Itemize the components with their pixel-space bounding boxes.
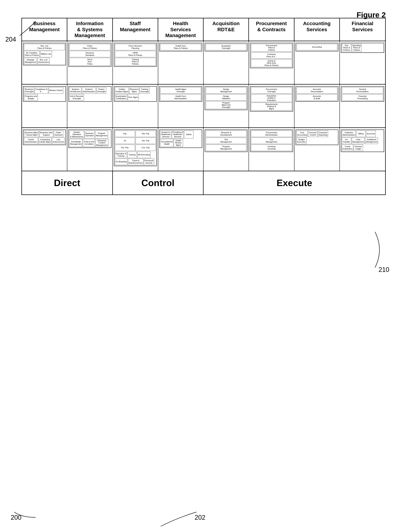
box-int: Int [115, 138, 135, 144]
box-edu-training: Education &Training [115, 152, 127, 158]
box-bus-list: Bus. ListPlans & Policies [24, 44, 65, 50]
cell-direct-accounting: Accounting [294, 41, 340, 84]
box-mission-grants: Mission Grants [49, 87, 63, 94]
outer-box-proc-exec: ProcurementAdministration ConManagement … [250, 130, 293, 152]
box-training-exec: Training [128, 152, 137, 158]
box-training-oversight: TrainingOversight [140, 87, 149, 94]
box-resource-std: ResourceStandards [70, 51, 110, 57]
outer-box-acq-direct: AcquisitionOversight [205, 43, 247, 51]
cell-execute-information: SystemOperation& Maintenance BusinessOpe… [67, 128, 113, 171]
box-spending-plans: SpendingPlans &Policies [352, 44, 361, 52]
col-header-staff: StaffManagement [113, 18, 158, 41]
box-cost-acctg: CostAccounting [297, 131, 308, 137]
cell-control-staff: CivilianPosition Mgmt ResourceMgmt Train… [113, 85, 158, 127]
box-travel-reimb: Travel &Reimbursement [128, 158, 143, 165]
box-resource-mgmt: ResourceMgmt [129, 87, 139, 94]
box-req-analysis: RequirementsAnalysis &Mgmt [251, 103, 292, 110]
cell-direct-acquisition: AcquisitionOversight [204, 41, 249, 84]
section-direct: Bus. ListPlans & Policies Air, Facilitie… [22, 41, 385, 85]
box-mil-recruit: Mil Recruiting [137, 152, 151, 158]
box-prog-budget: Programs andBudget [24, 94, 38, 101]
box-prog-mgmt-exec: ProgramManagement [206, 145, 246, 151]
box-training-plans: TrainingPlans &Policies [115, 58, 156, 66]
box-design-mgmt: DesignManagement [206, 87, 246, 94]
box-hrm-plans: HR/MPlans & Policies [115, 51, 156, 57]
box-inv-payable: Inv.Payable [342, 138, 351, 144]
box-acq-quality: AcquisitionQuality &Evaluation [251, 94, 292, 102]
box-con-pay: Con. Pay [135, 145, 156, 151]
box-personnel-sec: PersonnelSecurity [144, 158, 154, 165]
outer-box-info-ctrl: SystemsArchitecture SystemsAdministratio… [68, 86, 111, 102]
box-info-arch: Info &Arch.Policy [70, 58, 110, 66]
section-execute: Business Mgmt/ House Mgmt Business Intel… [22, 128, 385, 171]
box-cash-mgmt: CashManagement [352, 138, 365, 144]
cell-execute-business: Business Mgmt/ House Mgmt Business Intel… [22, 128, 67, 171]
box-health-review: HealthReviewMgmt [174, 139, 183, 147]
box-accts-audit: Accounts& Audit [297, 94, 337, 101]
cell-control-accounting: AccountsReconciliation Accounts& Audit [294, 85, 340, 127]
cell-direct-procurement: ProcurementPlans &Policies ContractsPlan… [249, 41, 294, 84]
box-grants-admin: GrantsAdministration [24, 138, 38, 144]
box-con-mgmt: ConManagement [251, 138, 292, 144]
box-civ-pos: CivilianPosition Mgmt [115, 87, 129, 94]
box-contracts-plans: ContractsPlans & A... [251, 52, 292, 59]
outer-box-staff-direct: Force StructurePlanning HR/MPlans & Poli… [114, 43, 157, 67]
box-info-records: Info & RecordsOversight [70, 94, 84, 101]
box-sys-arch: SystemsArchitecture [70, 87, 81, 94]
box-providing-healthcare: Providing ofHealthcareServices [172, 131, 184, 139]
box-compliance: Compliance &A... [34, 87, 48, 94]
box-bus-assess: Bus. ListAssessment [38, 58, 50, 64]
outer-box-health-ctrl: Health MgmtOversight Health SvcsAdminist… [159, 86, 202, 102]
box-acct-control: AccountControl [308, 131, 317, 137]
cell-direct-business: Bus. ListPlans & Policies Air, Facilitie… [22, 41, 67, 84]
outer-box-info-direct: PolicyPlans & Policies ResourceStandards… [68, 43, 111, 67]
box-on-boarding: On-Boarding [115, 158, 128, 165]
cell-control-business: BusinessOversight Compliance &A... Missi… [22, 85, 67, 127]
outer-box-health-direct: Health SvcsPlans & Policies [159, 43, 202, 51]
box-gen-ledger: GeneralLedger [354, 145, 363, 151]
box-fin-forecast: FinancialForecasting [342, 94, 383, 101]
box-contracting-fac: ContractingFacility Mgmt [39, 138, 52, 144]
box-accts-reconcile: AccountsReconciliation [297, 87, 337, 94]
box-grants-plans: Grants &Other Asst.Plans & Policies [251, 59, 292, 67]
cell-direct-financial: PayPlans &Policies SpendingPlans &Polici… [340, 41, 385, 84]
cell-execute-acquisition: Research &Development TestManagement Pro… [204, 128, 249, 171]
ref-210: 210 [379, 266, 389, 273]
col-header-accounting: AccountingServices [294, 18, 340, 41]
box-gen-reconcile: GeneralReconciliation [342, 87, 383, 94]
cell-direct-staff: Force StructurePlanning HR/MPlans & Poli… [113, 41, 158, 84]
box-proj-oversight: ProjectOversight [97, 87, 106, 94]
box-health-plans: Health SvcsPlans & Policies [160, 44, 201, 50]
box-fin-reporting: FinancialReporting [318, 131, 328, 137]
box-prog-mgmt-oversight: ProgramMgmt andOversight [206, 101, 246, 109]
box-ret-pay: Ret. Pay [135, 131, 156, 137]
box-billing: Billing [356, 131, 366, 137]
box-proc-admin: ProcurementAdministration [251, 131, 292, 137]
box-enterprise-content: EnterpriseContentManagement [95, 139, 108, 147]
outer-box-bus-exec: Business Mgmt/ House Mgmt Business Intel… [23, 130, 66, 145]
box-proc-oversight: ProcurementOversight [251, 87, 292, 94]
box-proc-plans: ProcurementPlans &Policies [251, 44, 292, 52]
box-research-dev: Research &Development [206, 131, 246, 137]
col-header-health: HealthServicesManagement [158, 18, 204, 41]
box-safety: Safety [184, 131, 194, 139]
cell-direct-health: Health SvcsPlans & Policies [158, 41, 204, 84]
outer-box-fin-exec: CollectionAdministration Billing Account… [341, 130, 384, 152]
column-headers-row: BusinessManagement Information& SystemsM… [22, 18, 385, 41]
box-installment: InstallmentManagement [365, 138, 378, 144]
outer-box-proc-direct: ProcurementPlans &Policies ContractsPlan… [250, 43, 293, 68]
cell-execute-procurement: ProcurementAdministration ConManagement … [249, 128, 294, 171]
outer-box-acctg-exec: CostAccounting AccountControl FinancialR… [296, 130, 338, 145]
box-bus-ops: BusinessOperation [85, 131, 95, 139]
box-health-mgmt: Health MgmtOversight [160, 87, 201, 94]
outer-box-proc-ctrl: ProcurementOversight AcquisitionQuality … [250, 86, 293, 112]
cell-execute-staff: Pay Ret. Pay Int Sev. Pay Dis. Pay Con. … [113, 128, 158, 171]
box-strat-mgmt: StrategicManagement [24, 58, 37, 64]
box-accounts: Accounts [366, 131, 375, 137]
box-health-svcs-admin: Health SvcsAdministration [160, 94, 201, 101]
outer-box-staff-exec: Pay Ret. Pay Int Sev. Pay Dis. Pay Con. … [114, 130, 157, 166]
cell-control-information: SystemsArchitecture SystemsAdministratio… [67, 85, 113, 127]
cell-control-health: Health MgmtOversight Health SvcsAdminist… [158, 85, 204, 127]
outer-box-business-direct: Bus. ListPlans & Policies Air, Facilitie… [23, 43, 66, 65]
cell-direct-information: PolicyPlans & Policies ResourceStandards… [67, 41, 113, 84]
